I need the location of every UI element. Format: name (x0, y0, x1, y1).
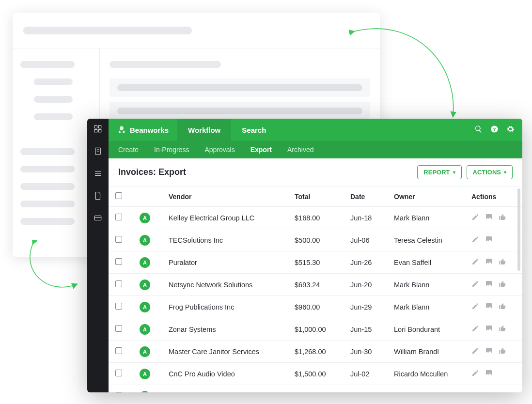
thumbs-up-icon[interactable] (499, 258, 506, 267)
table-row[interactable]: AiSphere Innovation Partners$1,550.00Jun… (109, 385, 522, 392)
edit-icon[interactable] (471, 302, 479, 311)
image-icon[interactable] (485, 213, 493, 222)
col-actions: Actions (471, 193, 516, 201)
status-badge: A (140, 346, 150, 357)
brand[interactable]: Beanworks (109, 119, 177, 141)
subnav-item-in-progress[interactable]: In-Progress (146, 141, 197, 158)
help-icon[interactable]: ? (490, 125, 499, 135)
bg-sidebar-lower (13, 148, 100, 235)
table-row[interactable]: ATECSolutions Inc$500.00Jul-06Teresa Cel… (109, 229, 522, 251)
thumbs-up-icon[interactable] (499, 347, 506, 356)
cell-total: $1,268.00 (295, 348, 350, 356)
table-row[interactable]: AFrog Publications Inc$960.00Jun-29Mark … (109, 296, 522, 318)
status-badge: A (140, 324, 150, 335)
row-checkbox[interactable] (115, 258, 122, 265)
thumbs-up-icon[interactable] (499, 213, 506, 222)
thumbs-up-icon[interactable] (499, 325, 506, 334)
table-row[interactable]: ANetsync Network Solutions$693.24Jun-20M… (109, 274, 522, 296)
skeleton-bar (34, 113, 73, 120)
select-all-checkbox[interactable] (115, 192, 122, 199)
status-badge: A (140, 257, 150, 268)
dashboard-icon[interactable] (94, 124, 102, 135)
cell-vendor: Puralator (169, 259, 295, 266)
image-icon[interactable] (485, 391, 493, 392)
actions-button[interactable]: ACTIONS ▾ (467, 165, 513, 179)
image-icon[interactable] (485, 280, 493, 289)
status-badge: A (140, 213, 150, 223)
cell-owner: Mark Blann (394, 281, 471, 289)
cell-owner: William Brandl (394, 348, 471, 356)
table-row[interactable]: ACnC Pro Audio Video$1,500.00Jul-02Ricar… (109, 363, 522, 385)
cell-date: Jun-18 (350, 214, 394, 222)
subnav-item-create[interactable]: Create (110, 141, 146, 158)
subnav-label: Archived (287, 146, 313, 154)
cell-owner: Ricardo Mccullen (394, 370, 471, 378)
col-owner[interactable]: Owner (394, 193, 471, 201)
col-date[interactable]: Date (350, 193, 394, 201)
app-window: Beanworks WorkflowSearch ? CreateIn-Prog… (87, 119, 522, 392)
search-icon[interactable] (474, 125, 483, 135)
topnav-item-workflow[interactable]: Workflow (177, 119, 231, 141)
row-checkbox[interactable] (115, 370, 122, 376)
svg-rect-10 (94, 216, 101, 220)
edit-icon[interactable] (471, 235, 479, 245)
edit-icon[interactable] (471, 280, 479, 289)
topnav-item-search[interactable]: Search (231, 119, 277, 141)
svg-rect-2 (94, 130, 97, 132)
row-checkbox[interactable] (115, 347, 122, 354)
table-row[interactable]: AZonar Systems$1,000.00Jun-15Lori Bondur… (109, 318, 522, 341)
image-icon[interactable] (485, 347, 493, 356)
edit-icon[interactable] (471, 347, 479, 356)
svg-text:?: ? (493, 126, 496, 132)
image-icon[interactable] (485, 302, 493, 311)
edit-icon[interactable] (471, 325, 479, 334)
scrollbar-thumb[interactable] (517, 188, 520, 271)
row-checkbox[interactable] (115, 280, 122, 287)
edit-icon[interactable] (471, 369, 479, 378)
thumbs-up-icon[interactable] (499, 391, 506, 392)
sub-nav: CreateIn-ProgressApprovalsExportArchived (109, 141, 522, 158)
subnav-item-archived[interactable]: Archived (280, 141, 321, 158)
document-icon[interactable] (94, 147, 102, 157)
col-vendor[interactable]: Vendor (169, 193, 295, 201)
row-checkbox[interactable] (115, 236, 122, 243)
skeleton-bar (20, 183, 75, 190)
edit-icon[interactable] (471, 258, 479, 267)
cell-total: $515.30 (295, 259, 350, 266)
thumbs-up-icon[interactable] (499, 280, 506, 289)
skeleton-bar (23, 27, 192, 34)
subnav-label: In-Progress (154, 146, 189, 154)
row-checkbox[interactable] (115, 392, 122, 392)
col-total[interactable]: Total (295, 193, 350, 201)
row-checkbox[interactable] (115, 303, 122, 310)
card-icon[interactable] (94, 214, 102, 224)
svg-rect-0 (94, 125, 97, 128)
image-icon[interactable] (485, 369, 493, 378)
table: Vendor Total Date Owner Actions AKelley … (109, 186, 522, 392)
subnav-item-export[interactable]: Export (243, 141, 280, 158)
edit-icon[interactable] (471, 213, 479, 222)
settings-icon[interactable] (506, 125, 515, 135)
table-row[interactable]: AKelley Electrical Group LLC$168.00Jun-1… (109, 207, 522, 229)
cell-date: Jun-15 (350, 326, 394, 333)
skeleton-bar (20, 166, 75, 172)
report-button[interactable]: REPORT ▾ (417, 165, 461, 179)
image-icon[interactable] (485, 235, 493, 245)
subnav-label: Approvals (204, 146, 235, 154)
table-row[interactable]: APuralator$515.30Jun-26Evan Saffell (109, 251, 522, 274)
image-icon[interactable] (485, 325, 493, 334)
skeleton-bar (20, 218, 75, 225)
cell-owner: Mark Blann (394, 214, 471, 222)
row-checkbox[interactable] (115, 325, 122, 332)
file-icon[interactable] (94, 191, 102, 202)
thumbs-up-icon[interactable] (499, 302, 506, 311)
row-checkbox[interactable] (115, 214, 122, 220)
list-icon[interactable] (94, 169, 102, 180)
edit-icon[interactable] (471, 391, 479, 392)
cell-vendor: CnC Pro Audio Video (169, 370, 295, 378)
topnav-label: Search (242, 126, 266, 134)
table-row[interactable]: AMaster Care Janitor Services$1,268.00Ju… (109, 341, 522, 363)
top-right-icons: ? (474, 125, 515, 135)
subnav-item-approvals[interactable]: Approvals (197, 141, 242, 158)
image-icon[interactable] (485, 258, 493, 267)
